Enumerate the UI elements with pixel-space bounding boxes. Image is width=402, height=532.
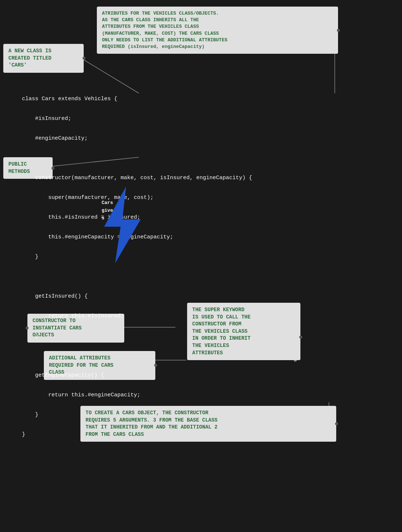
attributes-text: ATRIBUTES FOR THE VEHICLES CLASS/OBJECTS… (102, 11, 227, 49)
code-line-16: return this.#engineCapacity; (22, 392, 140, 398)
code-line-17: } (22, 412, 38, 418)
lightning-line-2: give (102, 208, 113, 213)
lightning-text: Cars give s (102, 199, 113, 222)
new-class-text: A NEW CLASS IS CREATED TITLED 'CARS' (8, 48, 52, 68)
lightning-line-3: s (102, 215, 105, 221)
attributes-annotation: ATRIBUTES FOR THE VEHICLES CLASS/OBJECTS… (97, 7, 338, 54)
code-line-5: constructor(manufacturer, make, cost, is… (22, 175, 252, 181)
code-line-2: #isInsured; (22, 116, 71, 122)
lightning-line-1: Cars (102, 200, 113, 205)
lightning-bolt (93, 186, 148, 263)
code-line-12: return this.#isInsured; (22, 313, 124, 319)
code-line-18: } (22, 431, 25, 438)
new-class-annotation: A NEW CLASS IS CREATED TITLED 'CARS' (3, 44, 84, 73)
code-line-11: getIsInsured() { (22, 293, 88, 299)
code-line-3: #engineCapacity; (22, 135, 88, 142)
code-line-15: getEngineCapacity() { (22, 372, 104, 378)
code-line-1: class Cars extends Vehicles { (22, 96, 117, 102)
code-line-13: } (22, 333, 38, 339)
code-container: class Cars extends Vehicles { #isInsured… (22, 84, 380, 503)
svg-marker-14 (104, 186, 141, 263)
code-line-9: } (22, 254, 38, 260)
